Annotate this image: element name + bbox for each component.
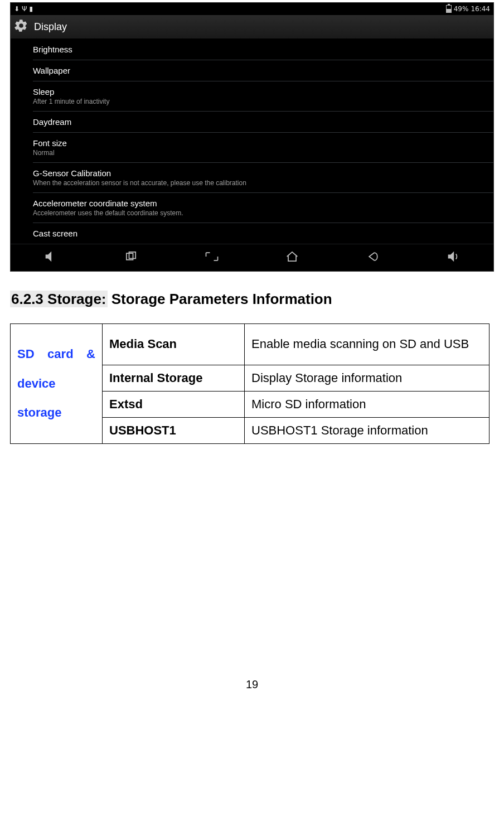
page-number: 19 bbox=[10, 678, 494, 691]
usb-icon: Ψ bbox=[22, 5, 27, 13]
home-icon[interactable] bbox=[284, 249, 300, 267]
table-param: USBHOST1 bbox=[103, 417, 245, 443]
back-icon[interactable] bbox=[365, 249, 380, 267]
list-item[interactable]: Sleep After 1 minute of inactivity bbox=[33, 81, 493, 112]
list-item[interactable]: Cast screen bbox=[33, 223, 493, 244]
table-desc: USBHOST1 Storage information bbox=[245, 417, 490, 443]
list-item[interactable]: G-Sensor Calibration When the accelerati… bbox=[33, 163, 493, 193]
heading-prefix: 6.2.3 Storage: bbox=[10, 291, 108, 307]
item-title: Daydream bbox=[33, 117, 489, 127]
table-desc: Display Storage information bbox=[245, 365, 490, 391]
table-param: Extsd bbox=[103, 391, 245, 417]
section-heading: 6.2.3 Storage: Storage Parameters Inform… bbox=[10, 291, 494, 308]
item-subtitle: Normal bbox=[33, 149, 489, 157]
item-title: G-Sensor Calibration bbox=[33, 168, 489, 178]
download-icon: ⬇ bbox=[14, 5, 20, 13]
screenshot-icon[interactable] bbox=[204, 249, 220, 267]
item-title: Brightness bbox=[33, 45, 489, 54]
storage-table: SD card & device storage Media Scan Enab… bbox=[10, 323, 490, 444]
table-desc: Micro SD information bbox=[245, 391, 490, 417]
recent-apps-icon[interactable] bbox=[123, 249, 139, 267]
table-rowhead: SD card & device storage bbox=[11, 324, 103, 444]
heading-rest: Storage Parameters Information bbox=[108, 291, 332, 307]
android-screenshot: ⬇ Ψ ▮ 49% 16:44 Display Brightness bbox=[10, 2, 494, 272]
settings-list: Brightness Wallpaper Sleep After 1 minut… bbox=[11, 39, 493, 244]
gear-icon[interactable] bbox=[14, 18, 28, 35]
volume-up-icon[interactable] bbox=[445, 249, 461, 267]
item-title: Font size bbox=[33, 138, 489, 148]
item-subtitle: After 1 minute of inactivity bbox=[33, 98, 489, 105]
app-bar-title: Display bbox=[34, 21, 67, 33]
table-desc: Enable media scanning on SD and USB bbox=[245, 324, 490, 365]
battery-icon bbox=[446, 5, 452, 13]
app-bar: Display bbox=[11, 15, 493, 39]
navigation-bar bbox=[11, 244, 493, 271]
list-item[interactable]: Wallpaper bbox=[33, 60, 493, 81]
battery-percent: 49% bbox=[454, 5, 469, 13]
list-item[interactable]: Accelerometer coordinate system Accelero… bbox=[33, 193, 493, 223]
item-subtitle: When the acceleration sensor is not accu… bbox=[33, 179, 489, 187]
status-bar: ⬇ Ψ ▮ 49% 16:44 bbox=[11, 3, 493, 15]
table-param: Media Scan bbox=[103, 324, 245, 365]
item-title: Accelerometer coordinate system bbox=[33, 199, 489, 208]
item-title: Wallpaper bbox=[33, 66, 489, 75]
sd-icon: ▮ bbox=[30, 5, 33, 13]
table-param: Internal Storage bbox=[103, 365, 245, 391]
volume-down-icon[interactable] bbox=[43, 249, 59, 267]
list-item[interactable]: Daydream bbox=[33, 112, 493, 133]
item-title: Sleep bbox=[33, 87, 489, 96]
item-subtitle: Accelerometer uses the default coordinat… bbox=[33, 209, 489, 217]
clock: 16:44 bbox=[471, 5, 490, 13]
item-title: Cast screen bbox=[33, 229, 489, 238]
list-item[interactable]: Brightness bbox=[33, 39, 493, 60]
list-item[interactable]: Font size Normal bbox=[33, 133, 493, 163]
